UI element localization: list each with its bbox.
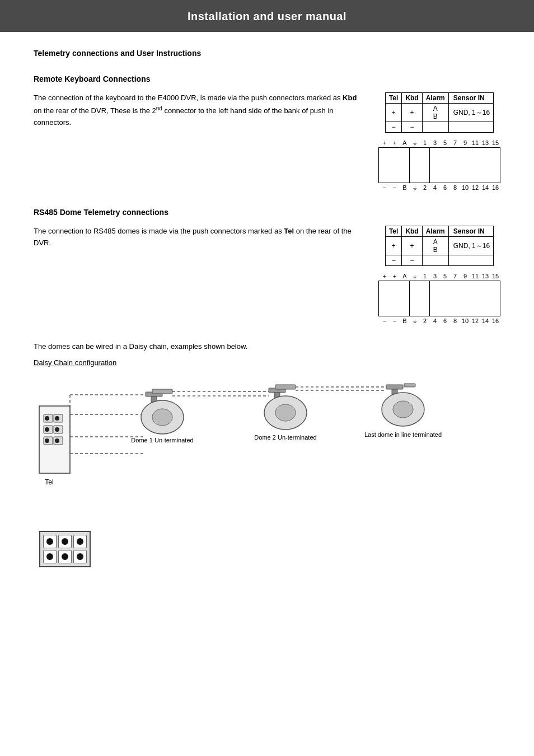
r1-tel-2: + (385, 237, 401, 255)
divider-1 (409, 148, 410, 183)
svg-point-1 (45, 416, 49, 421)
divider-2 (429, 148, 430, 183)
dome2-lens (275, 404, 296, 421)
rs485-body: The connection to RS485 domes is made vi… (34, 226, 362, 249)
push-cell-1 (43, 535, 57, 548)
keyboard-section: Remote Keyboard Connections The connecti… (34, 74, 500, 191)
row1-kbd: + (402, 104, 422, 122)
rs485-title: RS485 Dome Telemetry connections (34, 208, 500, 217)
push-block-icon (39, 531, 91, 567)
page: Installation and user manual Telemetry c… (0, 0, 534, 756)
connector-table-2: Tel Kbd Alarm Sensor IN + + AB GND, 1～16 (385, 226, 494, 266)
row1-sensor: GND, 1～16 (448, 104, 493, 122)
top-labels-2: + + A ⏚ 1 3 5 7 9 11 13 15 (380, 273, 500, 279)
dome3-term (404, 384, 415, 387)
dome2-conn (275, 385, 296, 389)
connector-table-1: Tel Kbd Alarm Sensor IN + + AB GND, 1～16 (385, 92, 494, 133)
daisy-body-text: The domes can be wired in a Daisy chain,… (34, 341, 500, 353)
row2-alarm (422, 122, 448, 133)
bottom-labels-2: − − B ⏚ 2 4 6 8 10 12 14 16 (380, 318, 500, 324)
rs485-flex: The connection to RS485 domes is made vi… (34, 226, 500, 324)
col-kbd-2: Kbd (402, 226, 422, 237)
daisy-chain-diagram-area: Tel (34, 372, 500, 567)
keyboard-flex: The connection of the keyboard to the E4… (34, 92, 500, 191)
col-alarm: Alarm (422, 93, 448, 104)
tel-bold: Tel (284, 227, 294, 235)
push-cell-2 (58, 535, 72, 548)
row1-alarm: AB (422, 104, 448, 122)
push-hole-4 (46, 553, 53, 560)
content-area: Telemetry connections and User Instructi… (0, 49, 534, 567)
keyboard-body: The connection of the keyboard to the E4… (34, 92, 362, 129)
svg-point-3 (55, 416, 59, 421)
rs485-text: The connection to RS485 domes is made vi… (34, 226, 362, 255)
col-sensor-2: Sensor IN (448, 226, 493, 237)
daisy-label: Daisy Chain configuration (34, 358, 500, 367)
dvr-bottom-area (39, 531, 500, 567)
row2-tel: − (385, 122, 401, 133)
push-cell-4 (43, 550, 57, 563)
page-title: Installation and user manual (0, 10, 534, 23)
svg-point-7 (55, 427, 59, 432)
svg-point-11 (55, 438, 59, 443)
r2-kbd-2: − (402, 255, 422, 266)
push-hole-5 (62, 553, 68, 560)
push-box-2 (378, 281, 500, 316)
svg-point-9 (45, 438, 49, 443)
dome3-label: Last dome in line terminated (364, 431, 442, 438)
col-sensor: Sensor IN (448, 93, 493, 104)
dome1-label: Dome 1 Un-terminated (131, 437, 193, 444)
row1-tel: + (385, 104, 401, 122)
keyboard-diagram: Tel Kbd Alarm Sensor IN + + AB GND, 1～16 (378, 92, 500, 191)
push-cell-3 (73, 535, 87, 548)
row2-kbd: − (402, 122, 422, 133)
kbd-bold: Kbd (343, 94, 357, 102)
r2-alarm-2 (422, 255, 448, 266)
push-cell-6 (73, 550, 87, 563)
col-tel-2: Tel (385, 226, 401, 237)
r2-sensor-2 (448, 255, 493, 266)
push-cell-5 (58, 550, 72, 563)
header-bar: Installation and user manual (0, 0, 534, 32)
push-box-1 (378, 147, 500, 183)
dome2-label: Dome 2 Un-terminated (254, 434, 316, 441)
col-kbd: Kbd (402, 93, 422, 104)
bottom-labels-1: − − B ⏚ 2 4 6 8 10 12 14 16 (380, 184, 500, 191)
dome1-lens (152, 409, 172, 426)
push-connector-diagram-2: + + A ⏚ 1 3 5 7 9 11 13 15 (378, 273, 500, 324)
push-hole-6 (77, 553, 83, 560)
divider-3 (409, 281, 410, 316)
row2-sensor (448, 122, 493, 133)
push-hole-2 (62, 538, 68, 545)
r2-tel-2: − (385, 255, 401, 266)
svg-point-5 (45, 427, 49, 432)
r1-kbd-2: + (402, 237, 422, 255)
top-labels-1: + + A ⏚ 1 3 5 7 9 11 13 15 (380, 139, 500, 146)
daisy-chain-svg: Tel (34, 372, 493, 529)
tel-text: Tel (45, 478, 53, 486)
rs485-section: RS485 Dome Telemetry connections The con… (34, 208, 500, 324)
dome3-bracket (386, 385, 403, 389)
keyboard-text: The connection of the keyboard to the E4… (34, 92, 362, 134)
col-alarm-2: Alarm (422, 226, 448, 237)
dome1-conn (152, 389, 172, 394)
r1-sensor-2: GND, 1～16 (448, 237, 493, 255)
divider-4 (429, 281, 430, 316)
keyboard-title: Remote Keyboard Connections (34, 74, 500, 83)
dome3-lens (393, 401, 413, 418)
push-connector-diagram-1: + + A ⏚ 1 3 5 7 9 11 13 15 (378, 139, 500, 191)
push-hole-1 (46, 538, 53, 545)
rs485-diagram: Tel Kbd Alarm Sensor IN + + AB GND, 1～16 (378, 226, 500, 324)
main-section: Telemetry connections and User Instructi… (34, 49, 500, 58)
r1-alarm-2: AB (422, 237, 448, 255)
main-title: Telemetry connections and User Instructi… (34, 49, 500, 58)
push-hole-3 (77, 538, 83, 545)
col-tel: Tel (385, 93, 401, 104)
daisy-section: The domes can be wired in a Daisy chain,… (34, 341, 500, 567)
